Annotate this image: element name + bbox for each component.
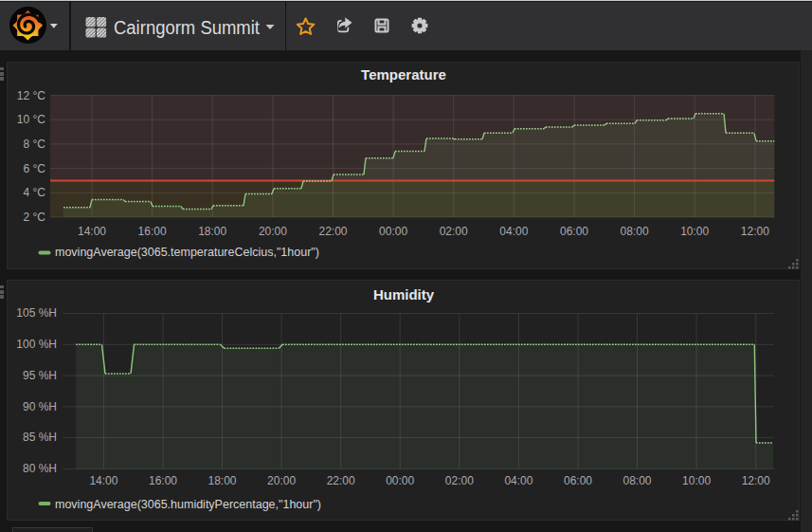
svg-text:Temperature: Temperature [361,66,446,83]
svg-text:12:00: 12:00 [742,474,770,487]
svg-text:6 °C: 6 °C [24,162,46,175]
svg-text:movingAverage(3065.temperature: movingAverage(3065.temperatureCelcius,"1… [55,246,319,259]
svg-text:Humidity: Humidity [373,286,435,303]
svg-text:08:00: 08:00 [623,474,651,487]
svg-text:22:00: 22:00 [327,474,355,487]
svg-text:16:00: 16:00 [149,474,177,487]
svg-text:10:00: 10:00 [682,474,711,487]
svg-text:08:00: 08:00 [621,225,649,238]
svg-text:06:00: 06:00 [564,474,592,487]
svg-text:10 °C: 10 °C [17,113,45,126]
svg-text:100 %H: 100 %H [16,338,57,351]
svg-text:90 %H: 90 %H [23,400,57,413]
svg-text:95 %H: 95 %H [23,369,57,382]
svg-text:06:00: 06:00 [560,225,588,238]
svg-text:85 %H: 85 %H [23,431,57,444]
svg-text:80 %H: 80 %H [23,462,57,475]
svg-text:02:00: 02:00 [440,225,468,238]
svg-text:16:00: 16:00 [138,225,167,238]
svg-text:Cairngorm Summit: Cairngorm Summit [114,17,260,38]
svg-text:00:00: 00:00 [386,474,414,487]
svg-text:14:00: 14:00 [89,474,117,487]
svg-text:02:00: 02:00 [445,474,474,487]
svg-text:04:00: 04:00 [499,225,528,238]
svg-text:20:00: 20:00 [259,225,287,238]
svg-text:105 %H: 105 %H [16,306,57,320]
svg-text:18:00: 18:00 [208,474,236,487]
svg-text:2 °C: 2 °C [24,211,46,224]
svg-text:04:00: 04:00 [504,474,532,487]
svg-text:00:00: 00:00 [379,225,407,238]
svg-text:8 °C: 8 °C [24,138,46,151]
svg-text:12 °C: 12 °C [17,89,45,102]
svg-text:20:00: 20:00 [267,474,296,487]
svg-text:14:00: 14:00 [78,225,106,238]
svg-text:22:00: 22:00 [318,225,347,238]
svg-text:10:00: 10:00 [680,225,709,238]
svg-text:18:00: 18:00 [198,225,226,238]
svg-text:4 °C: 4 °C [24,186,46,199]
svg-text:movingAverage(3065.humidityPer: movingAverage(3065.humidityPercentage,"1… [55,498,321,511]
svg-text:12:00: 12:00 [741,225,769,238]
